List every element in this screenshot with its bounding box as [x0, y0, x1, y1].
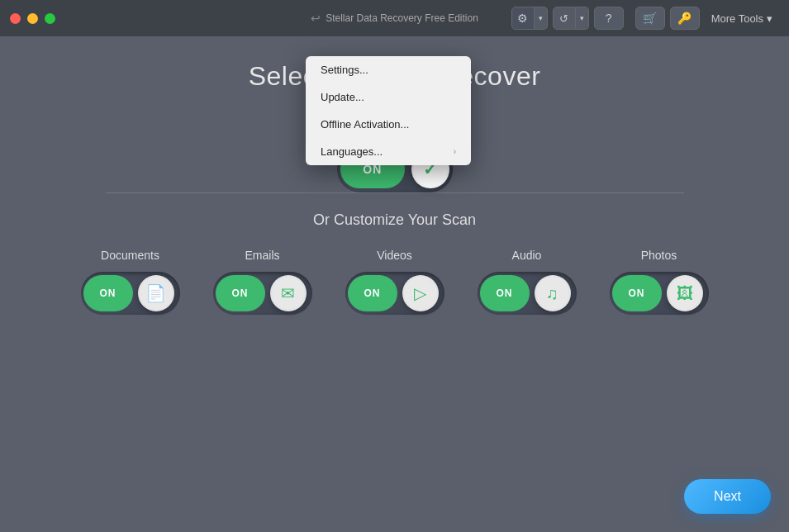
chevron-down-icon-2: ▾ — [580, 14, 584, 22]
back-icon: ↩ — [311, 12, 321, 25]
photos-icon: 🖼 — [677, 284, 693, 303]
email-icon: ✉ — [281, 283, 295, 303]
photos-toggle[interactable]: ON 🖼 — [610, 272, 709, 315]
history-dropdown-arrow[interactable]: ▾ — [576, 7, 589, 30]
photos-label: Photos — [641, 249, 677, 262]
help-button[interactable]: ? — [594, 7, 624, 30]
settings-button[interactable]: ⚙ — [511, 7, 535, 30]
app-title: Stellar Data Recovery Free Edition — [326, 12, 478, 24]
traffic-lights — [10, 13, 55, 24]
videos-toggle-on: ON — [348, 275, 397, 311]
key-button[interactable]: 🔑 — [670, 7, 700, 30]
more-tools-button[interactable]: More Tools ▾ — [705, 9, 779, 28]
audio-item: Audio ON ♫ — [478, 249, 577, 315]
documents-toggle-knob: 📄 — [138, 275, 174, 311]
emails-toggle-on: ON — [216, 275, 265, 311]
emails-toggle-knob: ✉ — [270, 275, 307, 311]
emails-toggle[interactable]: ON ✉ — [213, 272, 312, 315]
key-icon: 🔑 — [677, 12, 692, 25]
customize-scan-label: Or Customize Your Scan — [313, 211, 476, 229]
audio-toggle-knob: ♫ — [535, 275, 571, 311]
photos-item: Photos ON 🖼 — [610, 249, 709, 315]
cart-button[interactable]: 🛒 — [635, 7, 665, 30]
languages-menu-item[interactable]: Languages... › — [306, 138, 471, 165]
history-icon: ↺ — [559, 12, 568, 25]
next-button[interactable]: Next — [684, 479, 771, 514]
photos-toggle-knob: 🖼 — [667, 275, 703, 311]
audio-toggle[interactable]: ON ♫ — [478, 272, 577, 315]
video-icon: ▷ — [414, 283, 426, 303]
videos-item: Videos ON ▷ — [345, 249, 444, 315]
file-types-row: Documents ON 📄 Emails ON ✉ — [33, 249, 756, 315]
emails-label: Emails — [245, 249, 279, 262]
more-tools-chevron-icon: ▾ — [767, 12, 772, 25]
title-bar: ↩ Stellar Data Recovery Free Edition ⚙ ▾… — [0, 0, 789, 36]
documents-toggle-on: ON — [83, 275, 133, 311]
close-button[interactable] — [10, 13, 21, 24]
audio-icon: ♫ — [546, 284, 558, 303]
chevron-down-icon: ▾ — [539, 14, 543, 22]
audio-toggle-on: ON — [480, 275, 530, 311]
more-tools-label: More Tools — [711, 12, 763, 25]
cart-icon: 🛒 — [643, 12, 657, 25]
videos-toggle-knob: ▷ — [402, 275, 439, 311]
videos-toggle[interactable]: ON ▷ — [345, 272, 444, 315]
maximize-button[interactable] — [45, 13, 55, 24]
settings-dropdown-arrow[interactable]: ▾ — [535, 7, 548, 30]
settings-dropdown-menu: Settings... Update... Offline Activation… — [306, 56, 471, 165]
update-menu-item[interactable]: Update... — [306, 83, 471, 111]
videos-label: Videos — [377, 249, 412, 262]
divider — [106, 192, 684, 193]
photos-toggle-on: ON — [612, 275, 662, 311]
offline-activation-menu-item[interactable]: Offline Activation... — [306, 111, 471, 138]
settings-menu-item[interactable]: Settings... — [306, 56, 471, 83]
documents-item: Documents ON 📄 — [81, 249, 180, 315]
title-center: ↩ Stellar Data Recovery Free Edition — [311, 12, 478, 25]
minimize-button[interactable] — [27, 13, 38, 24]
help-icon: ? — [606, 12, 612, 25]
settings-icon: ⚙ — [517, 12, 528, 25]
history-button[interactable]: ↺ — [553, 7, 576, 30]
documents-toggle[interactable]: ON 📄 — [81, 272, 180, 315]
document-icon: 📄 — [145, 283, 166, 303]
submenu-chevron-icon: › — [454, 147, 456, 156]
audio-label: Audio — [512, 249, 542, 262]
emails-item: Emails ON ✉ — [213, 249, 312, 315]
documents-label: Documents — [101, 249, 159, 262]
